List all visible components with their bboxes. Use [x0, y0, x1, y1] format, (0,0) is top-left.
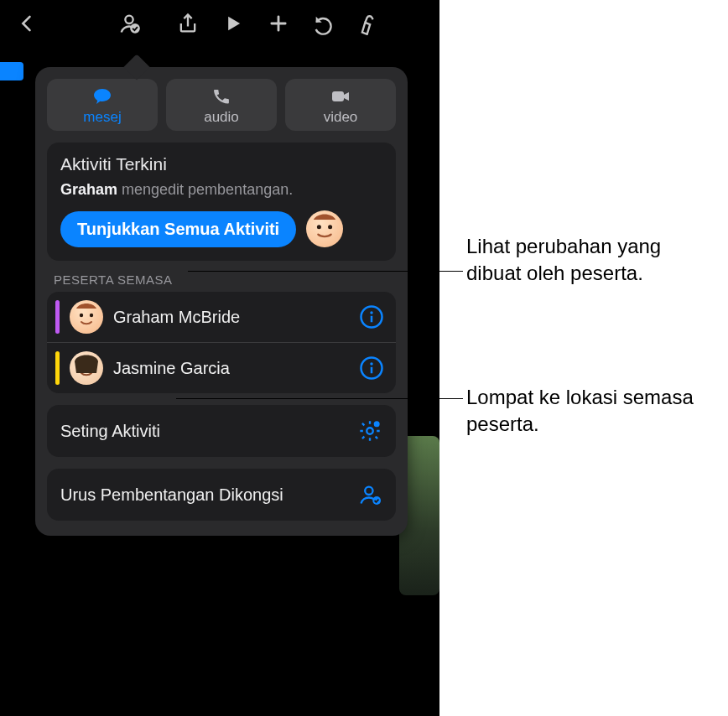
svg-point-13 [370, 362, 373, 366]
collaborate-icon [357, 482, 382, 507]
undo-icon[interactable] [304, 3, 344, 44]
share-icon[interactable] [168, 3, 208, 44]
recent-activity-title: Aktiviti Terkini [60, 154, 382, 174]
participant-row[interactable]: Jasmine Garcia [47, 342, 396, 393]
svg-point-6 [90, 314, 93, 317]
svg-point-16 [374, 421, 380, 427]
recent-activity-panel: Aktiviti Terkini Graham mengedit pembent… [47, 143, 396, 261]
svg-point-3 [317, 225, 321, 229]
info-icon[interactable] [359, 304, 384, 329]
manage-shared-label: Urus Pembentangan Dikongsi [60, 485, 283, 505]
participant-name: Jasmine Garcia [113, 359, 230, 378]
avatar [70, 300, 103, 334]
gear-icon [357, 418, 382, 444]
participants-list: Graham McBride Jasmine Garcia [47, 292, 396, 393]
video-icon [329, 86, 352, 107]
participants-label: PESERTA SEMASA [54, 272, 393, 287]
participant-name: Graham McBride [113, 308, 240, 327]
activity-rest: mengedit pembentangan. [117, 181, 293, 198]
video-button[interactable]: video [285, 79, 396, 131]
activity-settings-label: Seting Aktiviti [60, 422, 160, 441]
device-frame: mesej audio video Aktiviti Terkini Graha… [0, 0, 439, 716]
svg-rect-14 [371, 367, 373, 374]
collaborate-icon[interactable] [109, 3, 149, 44]
message-label: mesej [83, 109, 121, 126]
callout-line [188, 271, 463, 272]
back-button[interactable] [7, 3, 47, 44]
svg-point-8 [370, 311, 373, 314]
show-all-activity-button[interactable]: Tunjukkan Semua Aktiviti [60, 211, 296, 247]
recent-activity-text: Graham mengedit pembentangan. [60, 181, 382, 199]
svg-point-5 [80, 314, 83, 317]
message-button[interactable]: mesej [47, 79, 158, 131]
communication-row: mesej audio video [47, 79, 396, 131]
format-icon[interactable] [349, 3, 389, 44]
participant-row[interactable]: Graham McBride [47, 292, 396, 342]
play-icon[interactable] [213, 3, 253, 44]
svg-point-1 [130, 23, 140, 34]
audio-label: audio [204, 109, 239, 126]
activity-actor: Graham [60, 181, 117, 198]
phone-icon [210, 86, 233, 107]
participant-stripe [55, 351, 60, 385]
toolbar [0, 0, 439, 47]
audio-button[interactable]: audio [166, 79, 277, 131]
avatar [70, 351, 103, 385]
plus-icon[interactable] [258, 3, 299, 44]
message-icon [91, 86, 114, 107]
svg-rect-2 [332, 91, 344, 101]
info-icon[interactable] [359, 355, 384, 381]
svg-point-0 [125, 16, 133, 23]
svg-rect-9 [371, 316, 373, 323]
callout-text: Lihat perubahan yang dibuat oleh peserta… [466, 233, 718, 288]
video-label: video [324, 109, 358, 126]
participant-stripe [55, 300, 60, 334]
avatar [306, 210, 343, 247]
svg-point-17 [365, 487, 372, 495]
slide-edge [0, 62, 23, 80]
svg-point-4 [328, 225, 332, 229]
callout-line [176, 398, 463, 399]
activity-settings-row[interactable]: Seting Aktiviti [47, 405, 396, 457]
callout-text: Lompat ke lokasi semasa peserta. [466, 384, 718, 438]
svg-point-15 [367, 428, 372, 433]
manage-shared-row[interactable]: Urus Pembentangan Dikongsi [47, 469, 396, 521]
collaboration-popover: mesej audio video Aktiviti Terkini Graha… [35, 67, 408, 536]
